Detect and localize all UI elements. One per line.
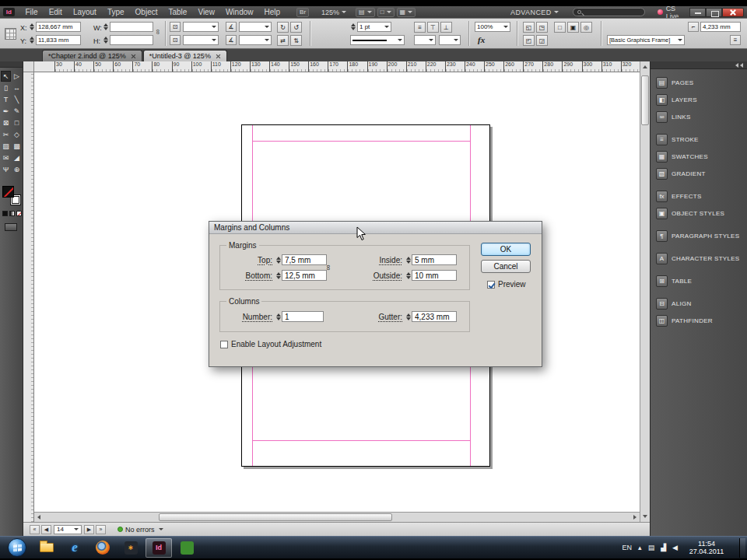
tray-app-icon[interactable]: ▤ [648,544,655,551]
rotate-90-ccw-button[interactable]: ↺ [290,22,302,33]
tab-close-icon[interactable] [216,54,221,59]
horizontal-ruler[interactable]: 3040506070809010011012013014015016017018… [34,61,640,72]
x-nudge[interactable] [29,22,35,32]
gutter-nudge[interactable] [405,311,412,322]
wrap-around-object-shape-button[interactable]: ◎ [580,22,592,33]
menu-file[interactable]: File [20,8,44,16]
search-box[interactable] [573,8,645,16]
hidden-icons-button[interactable]: ▴ [638,544,642,551]
taskbar-clock[interactable]: 11:54 27.04.2011 [684,540,729,555]
minimize-button[interactable] [689,8,706,17]
dialog-title-bar[interactable]: Margins and Columns [209,222,542,234]
cancel-button[interactable]: Cancel [481,260,531,273]
y-nudge[interactable] [29,35,35,45]
ruler-origin-corner[interactable] [23,61,34,72]
opacity-field[interactable]: 100% [475,22,510,32]
panel-button-layers[interactable]: ◧ LAYERS [656,93,744,106]
panel-button-swatches[interactable]: ▦ SWATCHES [656,150,744,163]
language-indicator[interactable]: EN [622,544,633,551]
panel-button-effects[interactable]: fx EFFECTS [656,190,744,202]
eyedropper-tool[interactable]: ◢ [12,152,22,163]
width-nudge[interactable] [103,22,109,32]
flower-app-icon[interactable]: ∗ [117,538,144,558]
view-options-button[interactable]: ▤ [356,8,375,17]
panel-button-gradient[interactable]: ▧ GRADIENT [656,167,744,180]
stroke-style-dropdown[interactable] [350,35,405,45]
enable-layout-adjustment-checkbox[interactable]: Enable Layout Adjustment [220,340,321,348]
hand-tool[interactable]: Ψ [1,164,11,175]
shear-angle-field[interactable] [239,35,272,45]
panel-button-paragraph-styles[interactable]: ¶ PARAGRAPH STYLES [656,229,744,242]
type-tool[interactable]: T [1,94,11,105]
panel-button-character-styles[interactable]: A CHARACTER STYLES [656,252,744,264]
network-icon[interactable]: ▟ [661,544,666,551]
scissors-tool[interactable]: ✂ [1,129,11,140]
direct-selection-tool[interactable]: ▷ [12,71,22,82]
reference-point-proxy[interactable] [5,28,16,40]
fill-swatch[interactable] [2,186,14,198]
make-all-settings-same-icon[interactable]: ∞ [320,261,338,274]
note-tool[interactable]: ✉ [1,152,11,163]
vertical-scrollbar-thumb[interactable] [641,75,649,125]
tools-panel-header[interactable] [0,61,23,68]
apply-none-button[interactable] [16,211,22,216]
y-position-field[interactable]: 11,833 mm [36,35,81,45]
cap-icon[interactable]: ⊤ [427,22,439,33]
rectangle-frame-tool[interactable]: ⊠ [1,117,11,128]
stroke-weight-nudge[interactable] [350,22,356,32]
horizontal-scrollbar[interactable] [34,512,640,522]
workspace-switcher[interactable]: ADVANCED [507,9,562,16]
document-tab-chapter2[interactable]: *Chapter 2.indd @ 125% [42,50,142,61]
line-tool[interactable]: ╲ [12,94,22,105]
corner-radius-field[interactable]: 4,233 mm [700,22,741,32]
fill-frame-proportionally-button[interactable]: ◱ [523,22,535,33]
bridge-button[interactable]: Br [296,8,309,17]
outside-field[interactable] [412,270,457,281]
apply-color-button[interactable] [2,211,8,216]
pen-tool[interactable]: ✒ [1,106,11,117]
apply-gradient-button[interactable] [9,211,15,216]
menu-object[interactable]: Object [130,8,163,16]
page-tool[interactable]: ▯ [1,82,11,93]
end-arrowhead-dropdown[interactable] [439,35,461,45]
close-button[interactable] [722,8,744,17]
last-spread-button[interactable]: » [96,525,106,534]
page-number-dropdown[interactable]: 14 [54,525,82,534]
tab-close-icon[interactable] [131,54,136,59]
restore-button[interactable] [706,8,722,17]
stroke-align-icon[interactable]: ≡ [414,22,426,33]
center-content-button[interactable]: ◰ [523,35,535,46]
internet-explorer-icon[interactable]: e [61,538,88,558]
expand-panels-button[interactable] [651,61,747,69]
first-spread-button[interactable]: « [30,525,40,534]
flip-vertical-button[interactable]: ⇅ [290,35,302,46]
outside-nudge[interactable] [405,270,412,281]
height-field[interactable] [110,35,153,45]
screen-mode-button[interactable]: □ [377,8,395,17]
panel-button-links[interactable]: ∞ LINKS [656,110,744,123]
show-desktop-button[interactable] [739,538,745,558]
height-nudge[interactable] [103,35,109,45]
panel-button-pages[interactable]: ▤ PAGES [656,76,744,89]
free-transform-tool[interactable]: ◇ [12,129,22,140]
gradient-feather-tool[interactable]: ▩ [12,141,22,152]
panel-button-object-styles[interactable]: ▣ OBJECT STYLES [656,207,744,219]
panel-button-stroke[interactable]: ≡ STROKE [656,133,744,145]
arrange-documents-button[interactable]: ▦ [397,8,416,17]
panel-button-table[interactable]: ⊞ TABLE [656,275,744,287]
fit-content-proportionally-button[interactable]: ◳ [536,22,548,33]
firefox-icon[interactable] [89,538,116,558]
next-spread-button[interactable]: ▶ [84,525,94,534]
indesign-icon[interactable]: Id [146,538,172,558]
width-field[interactable] [110,22,153,32]
zoom-level-dropdown[interactable]: 125% [318,9,349,16]
start-arrowhead-dropdown[interactable] [414,35,436,45]
horizontal-scrollbar-thumb[interactable] [159,513,392,521]
preview-checkbox[interactable]: Preview [487,280,526,289]
x-position-field[interactable]: 128,667 mm [36,22,81,32]
gutter-field[interactable] [412,311,457,322]
scale-y-field[interactable] [183,35,219,45]
screen-mode-toggle[interactable] [5,223,17,231]
stroke-weight-field[interactable]: 1 pt [357,22,391,32]
document-tab-untitled3[interactable]: *Untitled-3 @ 125% [143,50,227,61]
